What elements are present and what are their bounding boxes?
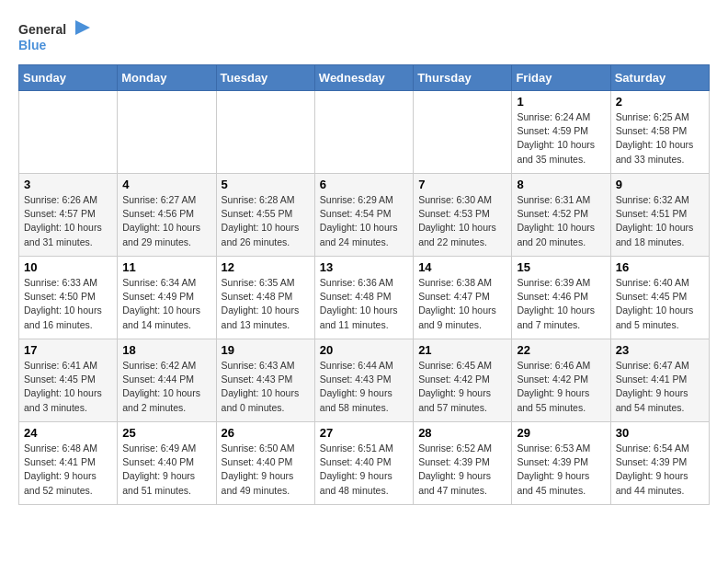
calendar-cell: 13Sunrise: 6:36 AM Sunset: 4:48 PM Dayli… bbox=[314, 257, 413, 339]
day-number: 27 bbox=[320, 426, 408, 440]
day-info: Sunrise: 6:32 AM Sunset: 4:51 PM Dayligh… bbox=[616, 193, 704, 249]
day-info: Sunrise: 6:41 AM Sunset: 4:45 PM Dayligh… bbox=[24, 359, 112, 415]
day-info: Sunrise: 6:36 AM Sunset: 4:48 PM Dayligh… bbox=[320, 276, 408, 332]
col-header-monday: Monday bbox=[118, 65, 216, 91]
day-info: Sunrise: 6:27 AM Sunset: 4:56 PM Dayligh… bbox=[122, 193, 210, 249]
day-number: 10 bbox=[24, 260, 112, 274]
day-info: Sunrise: 6:48 AM Sunset: 4:41 PM Dayligh… bbox=[24, 442, 112, 498]
calendar-cell: 26Sunrise: 6:50 AM Sunset: 4:40 PM Dayli… bbox=[216, 422, 314, 505]
col-header-thursday: Thursday bbox=[414, 65, 512, 91]
calendar-cell: 9Sunrise: 6:32 AM Sunset: 4:51 PM Daylig… bbox=[610, 174, 709, 257]
day-number: 21 bbox=[418, 343, 506, 357]
calendar-week-row: 24Sunrise: 6:48 AM Sunset: 4:41 PM Dayli… bbox=[19, 422, 710, 505]
day-info: Sunrise: 6:26 AM Sunset: 4:57 PM Dayligh… bbox=[24, 193, 112, 249]
day-number: 17 bbox=[24, 343, 112, 357]
day-number: 29 bbox=[517, 426, 605, 440]
calendar-cell bbox=[216, 91, 314, 174]
logo: GeneralBlue bbox=[18, 18, 92, 55]
day-number: 24 bbox=[24, 426, 112, 440]
day-number: 6 bbox=[320, 178, 408, 191]
calendar-cell: 28Sunrise: 6:52 AM Sunset: 4:39 PM Dayli… bbox=[414, 422, 512, 505]
calendar-week-row: 17Sunrise: 6:41 AM Sunset: 4:45 PM Dayli… bbox=[19, 339, 710, 422]
calendar-cell: 21Sunrise: 6:45 AM Sunset: 4:42 PM Dayli… bbox=[414, 339, 512, 422]
day-info: Sunrise: 6:28 AM Sunset: 4:55 PM Dayligh… bbox=[222, 193, 310, 249]
day-number: 25 bbox=[122, 426, 210, 440]
col-header-sunday: Sunday bbox=[19, 65, 118, 91]
day-info: Sunrise: 6:54 AM Sunset: 4:39 PM Dayligh… bbox=[616, 442, 704, 498]
day-info: Sunrise: 6:46 AM Sunset: 4:42 PM Dayligh… bbox=[517, 359, 605, 415]
calendar-cell: 12Sunrise: 6:35 AM Sunset: 4:48 PM Dayli… bbox=[216, 257, 314, 339]
day-number: 22 bbox=[517, 343, 605, 357]
day-number: 16 bbox=[616, 260, 704, 274]
calendar-cell: 19Sunrise: 6:43 AM Sunset: 4:43 PM Dayli… bbox=[216, 339, 314, 422]
svg-text:General: General bbox=[18, 22, 66, 37]
col-header-friday: Friday bbox=[512, 65, 610, 91]
calendar-cell: 8Sunrise: 6:31 AM Sunset: 4:52 PM Daylig… bbox=[512, 174, 610, 257]
svg-marker-2 bbox=[75, 20, 90, 35]
day-info: Sunrise: 6:40 AM Sunset: 4:45 PM Dayligh… bbox=[616, 276, 704, 332]
day-info: Sunrise: 6:50 AM Sunset: 4:40 PM Dayligh… bbox=[222, 442, 310, 498]
col-header-saturday: Saturday bbox=[610, 65, 709, 91]
calendar-cell: 27Sunrise: 6:51 AM Sunset: 4:40 PM Dayli… bbox=[314, 422, 413, 505]
calendar-cell: 10Sunrise: 6:33 AM Sunset: 4:50 PM Dayli… bbox=[19, 257, 118, 339]
day-number: 7 bbox=[418, 178, 506, 191]
day-info: Sunrise: 6:49 AM Sunset: 4:40 PM Dayligh… bbox=[122, 442, 210, 498]
page-header: GeneralBlue bbox=[18, 18, 710, 55]
calendar-week-row: 1Sunrise: 6:24 AM Sunset: 4:59 PM Daylig… bbox=[19, 91, 710, 174]
day-number: 19 bbox=[222, 343, 310, 357]
day-info: Sunrise: 6:31 AM Sunset: 4:52 PM Dayligh… bbox=[517, 193, 605, 249]
calendar-cell bbox=[414, 91, 512, 174]
calendar-cell bbox=[19, 91, 118, 174]
day-number: 28 bbox=[418, 426, 506, 440]
day-number: 20 bbox=[320, 343, 408, 357]
day-number: 12 bbox=[222, 260, 310, 274]
day-number: 11 bbox=[122, 260, 210, 274]
calendar-cell: 6Sunrise: 6:29 AM Sunset: 4:54 PM Daylig… bbox=[314, 174, 413, 257]
calendar-cell: 15Sunrise: 6:39 AM Sunset: 4:46 PM Dayli… bbox=[512, 257, 610, 339]
day-number: 14 bbox=[418, 260, 506, 274]
calendar-cell: 25Sunrise: 6:49 AM Sunset: 4:40 PM Dayli… bbox=[118, 422, 216, 505]
day-info: Sunrise: 6:29 AM Sunset: 4:54 PM Dayligh… bbox=[320, 193, 408, 249]
day-info: Sunrise: 6:47 AM Sunset: 4:41 PM Dayligh… bbox=[616, 359, 704, 415]
day-number: 18 bbox=[122, 343, 210, 357]
calendar-cell: 16Sunrise: 6:40 AM Sunset: 4:45 PM Dayli… bbox=[610, 257, 709, 339]
calendar-cell bbox=[314, 91, 413, 174]
col-header-tuesday: Tuesday bbox=[216, 65, 314, 91]
day-info: Sunrise: 6:38 AM Sunset: 4:47 PM Dayligh… bbox=[418, 276, 506, 332]
day-number: 30 bbox=[616, 426, 704, 440]
calendar-table: SundayMondayTuesdayWednesdayThursdayFrid… bbox=[18, 64, 710, 505]
calendar-cell: 14Sunrise: 6:38 AM Sunset: 4:47 PM Dayli… bbox=[414, 257, 512, 339]
day-info: Sunrise: 6:30 AM Sunset: 4:53 PM Dayligh… bbox=[418, 193, 506, 249]
calendar-cell: 24Sunrise: 6:48 AM Sunset: 4:41 PM Dayli… bbox=[19, 422, 118, 505]
day-number: 9 bbox=[616, 178, 704, 191]
day-info: Sunrise: 6:33 AM Sunset: 4:50 PM Dayligh… bbox=[24, 276, 112, 332]
calendar-week-row: 10Sunrise: 6:33 AM Sunset: 4:50 PM Dayli… bbox=[19, 257, 710, 339]
calendar-cell: 20Sunrise: 6:44 AM Sunset: 4:43 PM Dayli… bbox=[314, 339, 413, 422]
calendar-cell: 5Sunrise: 6:28 AM Sunset: 4:55 PM Daylig… bbox=[216, 174, 314, 257]
day-info: Sunrise: 6:43 AM Sunset: 4:43 PM Dayligh… bbox=[222, 359, 310, 415]
day-info: Sunrise: 6:44 AM Sunset: 4:43 PM Dayligh… bbox=[320, 359, 408, 415]
calendar-cell: 22Sunrise: 6:46 AM Sunset: 4:42 PM Dayli… bbox=[512, 339, 610, 422]
day-info: Sunrise: 6:42 AM Sunset: 4:44 PM Dayligh… bbox=[122, 359, 210, 415]
day-info: Sunrise: 6:45 AM Sunset: 4:42 PM Dayligh… bbox=[418, 359, 506, 415]
calendar-cell: 17Sunrise: 6:41 AM Sunset: 4:45 PM Dayli… bbox=[19, 339, 118, 422]
day-number: 8 bbox=[517, 178, 605, 191]
day-number: 23 bbox=[616, 343, 704, 357]
calendar-week-row: 3Sunrise: 6:26 AM Sunset: 4:57 PM Daylig… bbox=[19, 174, 710, 257]
day-number: 13 bbox=[320, 260, 408, 274]
day-number: 15 bbox=[517, 260, 605, 274]
day-number: 2 bbox=[616, 95, 704, 109]
calendar-cell: 7Sunrise: 6:30 AM Sunset: 4:53 PM Daylig… bbox=[414, 174, 512, 257]
logo-icon: GeneralBlue bbox=[18, 18, 92, 55]
calendar-cell: 18Sunrise: 6:42 AM Sunset: 4:44 PM Dayli… bbox=[118, 339, 216, 422]
day-info: Sunrise: 6:52 AM Sunset: 4:39 PM Dayligh… bbox=[418, 442, 506, 498]
col-header-wednesday: Wednesday bbox=[314, 65, 413, 91]
day-number: 26 bbox=[222, 426, 310, 440]
calendar-cell: 11Sunrise: 6:34 AM Sunset: 4:49 PM Dayli… bbox=[118, 257, 216, 339]
calendar-cell: 29Sunrise: 6:53 AM Sunset: 4:39 PM Dayli… bbox=[512, 422, 610, 505]
day-info: Sunrise: 6:53 AM Sunset: 4:39 PM Dayligh… bbox=[517, 442, 605, 498]
day-number: 4 bbox=[122, 178, 210, 191]
calendar-cell: 1Sunrise: 6:24 AM Sunset: 4:59 PM Daylig… bbox=[512, 91, 610, 174]
calendar-header-row: SundayMondayTuesdayWednesdayThursdayFrid… bbox=[19, 65, 710, 91]
calendar-cell: 4Sunrise: 6:27 AM Sunset: 4:56 PM Daylig… bbox=[118, 174, 216, 257]
